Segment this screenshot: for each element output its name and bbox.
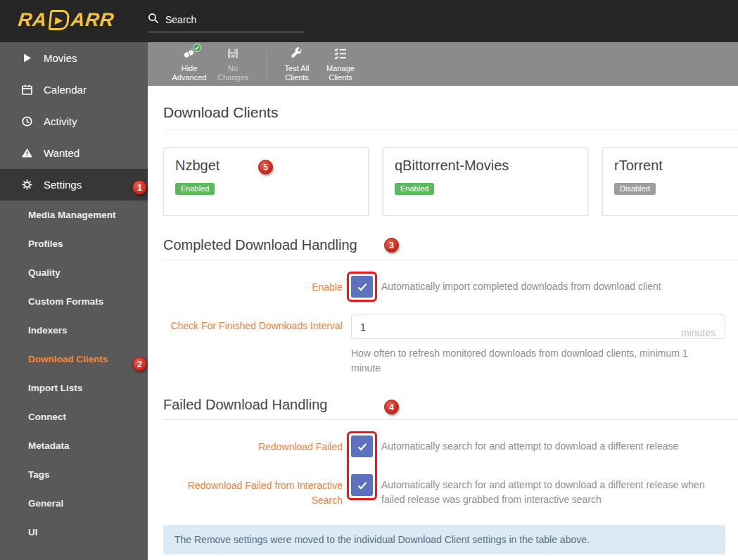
form-row-redownload-interactive: Redownload Failed from Interactive Searc… — [163, 474, 738, 508]
completed-download-handling-form: Enable Automatically import completed do… — [163, 276, 738, 376]
client-name: rTorrent — [614, 158, 738, 174]
sidebar-item-quality[interactable]: Quality — [0, 258, 148, 287]
client-name: qBittorrent-Movies — [395, 158, 576, 174]
main-panel: Hide Advanced No Changes Test All Client… — [148, 42, 738, 560]
sidebar-item-indexers[interactable]: Indexers — [0, 316, 148, 345]
logo-text-right: ARR — [70, 9, 115, 31]
status-badge: Enabled — [175, 183, 215, 195]
client-card-rtorrent[interactable]: rTorrent Disabled — [602, 147, 738, 216]
status-badge: Disabled — [614, 183, 656, 195]
enable-control: Automatically import completed downloads… — [343, 276, 725, 298]
enable-help-text: Automatically import completed downloads… — [381, 276, 661, 294]
hide-advanced-button[interactable]: Hide Advanced — [169, 46, 210, 82]
sidebar-item-label: Calendar — [44, 84, 87, 96]
check-icon — [356, 281, 369, 293]
sidebar-item-tags[interactable]: Tags — [0, 460, 148, 489]
manage-clients-button[interactable]: Manage Clients — [320, 46, 361, 82]
enable-label: Enable — [163, 276, 343, 295]
client-card-nzbget[interactable]: Nzbget Enabled — [163, 147, 369, 216]
interval-label: Check For Finished Downloads Interval — [163, 314, 343, 333]
completed-download-handling-heading: Completed Download Handling — [163, 237, 738, 260]
calendar-icon — [21, 84, 33, 96]
sidebar-item-label: Wanted — [44, 147, 79, 159]
sidebar: Movies Calendar Activity Wanted Settings… — [0, 42, 148, 560]
redownload-interactive-control: Automatically search for and attempt to … — [343, 474, 725, 507]
interval-input[interactable] — [351, 314, 725, 339]
top-bar: RA ▶ ARR — [0, 0, 738, 42]
gear-icon — [21, 179, 33, 191]
sidebar-item-ui[interactable]: UI — [0, 518, 148, 547]
sidebar-item-connect[interactable]: Connect — [0, 402, 148, 431]
sidebar-item-download-clients[interactable]: Download Clients — [0, 345, 148, 374]
toolbar-divider — [266, 51, 267, 77]
task-list-icon — [333, 46, 348, 61]
search-icon — [148, 13, 165, 27]
redownload-help-text: Automatically search for and attempt to … — [381, 435, 678, 454]
failed-download-handling-form: Redownload Failed Automatically search f… — [163, 435, 738, 508]
redownload-label: Redownload Failed — [163, 435, 343, 454]
failed-download-handling-heading: Failed Download Handling — [163, 397, 738, 420]
radarr-logo[interactable]: RA ▶ ARR — [17, 9, 115, 31]
redownload-checkbox[interactable] — [351, 435, 373, 457]
search-input[interactable] — [165, 14, 292, 25]
enable-checkbox[interactable] — [351, 276, 373, 298]
toolbar: Hide Advanced No Changes Test All Client… — [148, 42, 738, 86]
wrench-icon — [290, 46, 304, 61]
advanced-pill-icon — [182, 46, 196, 61]
info-notice: The Remove settings were moved to the in… — [163, 525, 725, 554]
sidebar-item-profiles[interactable]: Profiles — [0, 229, 148, 258]
global-search — [148, 13, 304, 32]
status-badge: Enabled — [395, 183, 434, 195]
sidebar-item-activity[interactable]: Activity — [0, 106, 148, 137]
sidebar-item-label: Settings — [44, 179, 82, 191]
sidebar-item-wanted[interactable]: Wanted — [0, 137, 148, 169]
check-icon — [356, 479, 369, 492]
sidebar-item-movies[interactable]: Movies — [0, 42, 148, 74]
warning-icon — [21, 147, 33, 159]
sidebar-item-label: Activity — [44, 115, 77, 127]
client-card-qbittorrent-movies[interactable]: qBittorrent-Movies Enabled — [383, 147, 588, 216]
play-icon — [21, 52, 33, 64]
form-row-enable: Enable Automatically import completed do… — [163, 276, 738, 298]
sidebar-item-custom-formats[interactable]: Custom Formats — [0, 287, 148, 316]
redownload-interactive-label: Redownload Failed from Interactive Searc… — [163, 474, 343, 508]
sidebar-item-general[interactable]: General — [0, 489, 148, 518]
sidebar-item-media-management[interactable]: Media Management — [0, 201, 148, 229]
page-title: Download Clients — [163, 104, 738, 121]
logo-text-left: RA — [17, 9, 48, 31]
check-badge-icon — [193, 44, 201, 52]
sidebar-item-metadata[interactable]: Metadata — [0, 431, 148, 460]
redownload-interactive-checkbox[interactable] — [351, 474, 373, 496]
sidebar-item-calendar[interactable]: Calendar — [0, 74, 148, 106]
redownload-control: Automatically search for and attempt to … — [343, 435, 725, 457]
page-header: Download Clients — [163, 86, 738, 130]
logo-play-icon: ▶ — [48, 10, 70, 30]
sidebar-item-label: Movies — [44, 52, 77, 64]
download-client-cards: Nzbget Enabled qBittorrent-Movies Enable… — [163, 147, 738, 216]
test-all-clients-button[interactable]: Test All Clients — [276, 46, 317, 82]
interval-unit: minutes — [681, 327, 715, 338]
sidebar-item-settings[interactable]: Settings — [0, 169, 148, 201]
check-icon — [356, 440, 369, 453]
save-icon — [226, 46, 240, 61]
settings-content: Download Clients Nzbget Enabled qBittorr… — [148, 86, 738, 554]
form-row-redownload: Redownload Failed Automatically search f… — [163, 435, 738, 457]
client-name: Nzbget — [175, 158, 357, 174]
sidebar-item-import-lists[interactable]: Import Lists — [0, 374, 148, 402]
form-row-interval: Check For Finished Downloads Interval mi… — [163, 314, 738, 376]
interval-control: minutes How often to refresh monitored d… — [343, 314, 725, 376]
interval-help-text: How often to refresh monitored downloads… — [351, 346, 706, 376]
toolbar-button-label: Manage Clients — [320, 64, 361, 82]
clock-icon — [21, 115, 33, 127]
toolbar-button-label: Hide Advanced — [169, 64, 210, 82]
redownload-interactive-help-text: Automatically search for and attempt to … — [381, 474, 725, 507]
toolbar-button-label: Test All Clients — [276, 64, 317, 82]
toolbar-button-label: No Changes — [212, 64, 253, 82]
save-changes-button[interactable]: No Changes — [212, 46, 253, 82]
